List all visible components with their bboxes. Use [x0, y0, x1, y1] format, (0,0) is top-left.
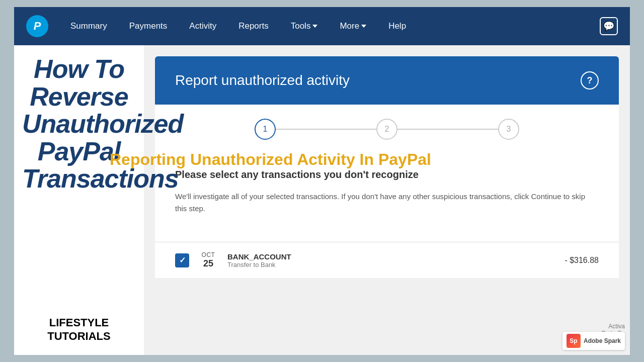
nav-tools[interactable]: Tools [287, 19, 322, 33]
chevron-down-icon [312, 25, 317, 28]
step-3: 3 [498, 119, 519, 140]
navbar-right: 💬 [600, 17, 618, 35]
lifestyle-label: LIFESTYLETUTORIALS [22, 316, 136, 343]
transaction-amount: - $316.88 [565, 256, 599, 265]
help-circle-icon[interactable]: ? [581, 71, 599, 89]
step-2: 2 [376, 119, 397, 140]
nav-reports[interactable]: Reports [234, 19, 273, 33]
right-panel: Report unauthorized activity ? 1 2 3 Ple… [144, 45, 630, 355]
nav-activity[interactable]: Activity [185, 19, 220, 33]
nav-payments[interactable]: Payments [125, 19, 172, 33]
step-line-2 [397, 129, 498, 130]
paypal-logo: P [26, 15, 48, 37]
main-content: How To Reverse Unauthorized PayPal Trans… [14, 45, 630, 355]
chevron-down-icon [361, 25, 366, 28]
nav-help[interactable]: Help [384, 19, 410, 33]
transaction-month: OCT [199, 251, 217, 258]
report-banner-title: Report unauthorized activity [175, 72, 350, 88]
sidebar-title: How To Reverse Unauthorized PayPal Trans… [22, 55, 136, 193]
step-1: 1 [255, 119, 276, 140]
content-desc: We'll investigate all of your selected t… [175, 191, 599, 215]
step-line-1 [276, 129, 376, 130]
content-title: Please select any transactions you don't… [175, 169, 599, 180]
transaction-name: BANK_ACCOUNT [227, 252, 554, 261]
adobe-spark-label: Adobe Spark [584, 337, 621, 344]
adobe-spark-badge: Sp Adobe Spark [562, 332, 625, 350]
navbar: P Summary Payments Activity Reports Tool… [14, 7, 630, 45]
sidebar: How To Reverse Unauthorized PayPal Trans… [14, 45, 144, 355]
nav-summary[interactable]: Summary [66, 19, 111, 33]
transaction-info: BANK_ACCOUNT Transfer to Bank [227, 252, 554, 268]
nav-more[interactable]: More [336, 19, 370, 33]
sp-logo: Sp [567, 334, 581, 348]
chat-icon[interactable]: 💬 [600, 17, 618, 35]
transaction-sub: Transfer to Bank [227, 261, 554, 268]
stepper: 1 2 3 [155, 105, 619, 154]
transaction-day: 25 [199, 258, 217, 269]
content-box: Please select any transactions you don't… [155, 154, 619, 242]
transaction-date: OCT 25 [199, 251, 217, 269]
transaction-row: OCT 25 BANK_ACCOUNT Transfer to Bank - $… [155, 242, 619, 278]
report-banner: Report unauthorized activity ? [155, 56, 619, 105]
video-frame: P Summary Payments Activity Reports Tool… [14, 7, 630, 355]
sidebar-bottom: LIFESTYLETUTORIALS [22, 316, 136, 343]
transaction-checkbox[interactable] [175, 253, 189, 267]
